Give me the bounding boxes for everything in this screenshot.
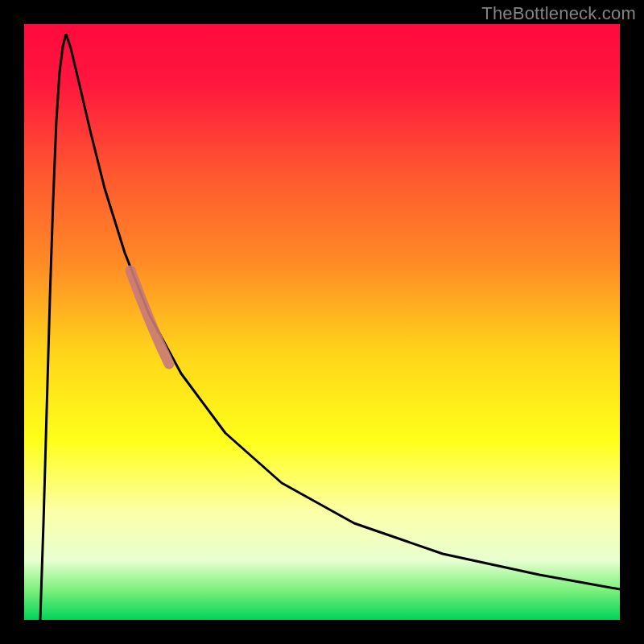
curve-layer: [24, 24, 620, 620]
watermark-text: TheBottleneck.com: [481, 3, 636, 24]
highlight-path: [130, 270, 169, 364]
left-branch-path: [40, 34, 66, 620]
chart-frame: TheBottleneck.com: [0, 0, 644, 644]
plot-area: [24, 24, 620, 620]
